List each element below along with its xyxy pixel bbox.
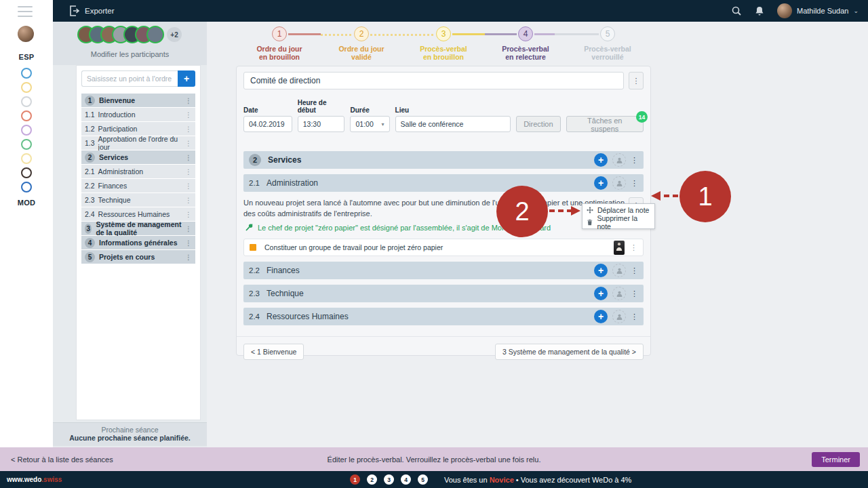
user-menu[interactable]: Mathilde Sudan ⌄: [777, 3, 859, 18]
task-row[interactable]: Constituer un groupe de travail pour le …: [243, 239, 644, 256]
section-row-ressources-humaines[interactable]: 2.4 Ressources Humaines + ⋮: [243, 308, 644, 325]
direction-button[interactable]: Direction: [516, 116, 560, 132]
kebab-icon[interactable]: ⋮: [185, 97, 192, 104]
assign-person-button[interactable]: [612, 176, 626, 190]
sidebar-item[interactable]: 1.1Introduction⋮: [81, 108, 195, 121]
kebab-icon[interactable]: ⋮: [631, 266, 638, 275]
add-content-button[interactable]: +: [594, 264, 608, 277]
pending-tasks-button[interactable]: Tâches en suspens14: [566, 116, 644, 132]
sidebar-item[interactable]: 3Système de management de la qualité⋮: [81, 222, 195, 235]
user-name: Mathilde Sudan: [797, 7, 848, 15]
workspace-dot[interactable]: [21, 167, 32, 178]
finish-button[interactable]: Terminer: [812, 452, 860, 467]
workspace-dot[interactable]: [21, 182, 32, 192]
rail-esp-label: ESP: [0, 53, 53, 61]
task-assignee-avatar[interactable]: [614, 241, 625, 255]
back-to-meetings-link[interactable]: < Retour à la liste des séances: [11, 455, 113, 464]
kebab-icon[interactable]: ⋮: [185, 239, 192, 247]
participant-avatars[interactable]: +2: [77, 26, 182, 43]
location-field[interactable]: [395, 116, 511, 132]
assign-person-button[interactable]: [612, 264, 626, 277]
search-icon[interactable]: [731, 5, 742, 16]
add-content-button[interactable]: +: [594, 287, 608, 300]
participants-overflow-badge[interactable]: +2: [167, 27, 182, 42]
duration-select[interactable]: 01:00 ▾: [350, 116, 389, 132]
kebab-icon[interactable]: ⋮: [185, 197, 192, 204]
note-text[interactable]: Un nouveau projet sera lancé à l'automne…: [243, 197, 625, 219]
tutorial-dot[interactable]: 5: [418, 474, 428, 485]
assign-person-button[interactable]: [612, 310, 626, 323]
kebab-icon[interactable]: ⋮: [185, 225, 192, 232]
add-content-button[interactable]: +: [594, 176, 608, 190]
section-row-finances[interactable]: 2.2 Finances + ⋮: [243, 262, 644, 279]
bell-icon[interactable]: [754, 5, 765, 16]
stepper-step-3[interactable]: 3 Procès-verbalen brouillon: [406, 24, 481, 61]
person-icon: [616, 290, 623, 298]
add-agenda-item-button[interactable]: +: [178, 70, 195, 87]
kebab-icon[interactable]: ⋮: [185, 140, 192, 147]
sidebar-item[interactable]: 2.3Technique⋮: [81, 193, 195, 207]
tutorial-dot[interactable]: 2: [367, 474, 377, 485]
stepper-step-2[interactable]: 2 Ordre du jourvalidé: [324, 24, 399, 61]
kebab-icon[interactable]: ⋮: [631, 179, 638, 188]
stepper-step-1[interactable]: 1 Ordre du jouren brouillon: [242, 24, 317, 61]
export-button[interactable]: Exporter: [69, 5, 114, 16]
kebab-icon[interactable]: ⋮: [185, 154, 192, 161]
tutorial-dot[interactable]: 3: [384, 474, 394, 485]
edit-participants-link[interactable]: Modifier les participants: [53, 50, 207, 58]
kebab-icon[interactable]: ⋮: [185, 168, 192, 176]
workspace-dot[interactable]: [21, 68, 32, 79]
workspace-dot[interactable]: [21, 110, 32, 121]
workflow-stepper: 1 Ordre du jouren brouillon 2 Ordre du j…: [207, 24, 868, 65]
assign-person-button[interactable]: [612, 153, 626, 167]
date-field[interactable]: [243, 116, 292, 132]
section-row-administration[interactable]: 2.1 Administration + ⋮: [243, 174, 644, 192]
hamburger-icon[interactable]: [18, 6, 33, 17]
workspace-dot[interactable]: [21, 96, 32, 107]
workspace-dot[interactable]: [21, 153, 32, 164]
tutorial-dot[interactable]: 4: [401, 474, 411, 485]
sidebar-item[interactable]: 2.1Administration⋮: [81, 165, 195, 178]
tutorial-dot[interactable]: 1: [350, 474, 360, 485]
sidebar-item[interactable]: 1.2Participation⋮: [81, 122, 195, 136]
kebab-icon[interactable]: ⋮: [185, 182, 192, 190]
rail-user-avatar[interactable]: [18, 26, 34, 42]
task-checkbox[interactable]: [250, 244, 256, 251]
agenda-input[interactable]: [81, 70, 178, 87]
sidebar-item[interactable]: 1Bienvenue⋮: [81, 94, 195, 107]
kebab-icon[interactable]: ⋮: [631, 312, 638, 321]
kebab-icon[interactable]: ⋮: [185, 211, 192, 218]
sidebar-item[interactable]: 2Services⋮: [81, 150, 195, 164]
workspace-dot[interactable]: [21, 139, 32, 150]
add-content-button[interactable]: +: [594, 310, 608, 323]
meeting-title-input[interactable]: [243, 72, 624, 89]
meeting-menu-button[interactable]: ⋮: [629, 72, 644, 89]
assign-person-button[interactable]: [612, 287, 626, 300]
participants-panel[interactable]: +2 Modifier les participants: [53, 22, 207, 65]
section-number: 2.4: [249, 312, 260, 321]
stepper-step-4[interactable]: 4 Procès-verbalen relecture: [488, 24, 563, 61]
sidebar-item[interactable]: 4Informations générales⋮: [81, 236, 195, 249]
stepper-step-5[interactable]: 5 Procès-verbalverrouillé: [570, 24, 645, 61]
workspace-dot[interactable]: [21, 82, 32, 93]
kebab-icon[interactable]: ⋮: [185, 125, 192, 133]
sidebar-item[interactable]: 2.2Finances⋮: [81, 179, 195, 192]
kebab-icon[interactable]: ⋮: [185, 253, 192, 261]
start-time-field[interactable]: [298, 116, 345, 132]
sidebar: +2 Modifier les participants + 1Bienvenu…: [53, 22, 207, 447]
kebab-icon[interactable]: ⋮: [631, 289, 638, 298]
kebab-icon[interactable]: ⋮: [630, 243, 637, 252]
workspace-dot[interactable]: [21, 125, 32, 136]
next-section-button[interactable]: 3 Système de management de la qualité >: [495, 344, 644, 360]
sidebar-item[interactable]: 2.4Ressources Humaines⋮: [81, 207, 195, 221]
add-content-button[interactable]: +: [594, 153, 608, 167]
kebab-icon[interactable]: ⋮: [631, 156, 638, 165]
prev-section-button[interactable]: < 1 Bienvenue: [243, 344, 304, 360]
kebab-icon[interactable]: ⋮: [185, 111, 192, 119]
section-row-technique[interactable]: 2.3 Technique + ⋮: [243, 285, 644, 302]
menu-item-delete-note[interactable]: Supprimer la note: [583, 216, 654, 228]
section-row-services[interactable]: 2 Services + ⋮: [243, 151, 644, 169]
site-link[interactable]: www.wedo.swiss: [7, 476, 62, 483]
sidebar-item[interactable]: 5Projets en cours⋮: [81, 250, 195, 264]
sidebar-item[interactable]: 1.3Approbation de l'ordre du jour⋮: [81, 136, 195, 150]
